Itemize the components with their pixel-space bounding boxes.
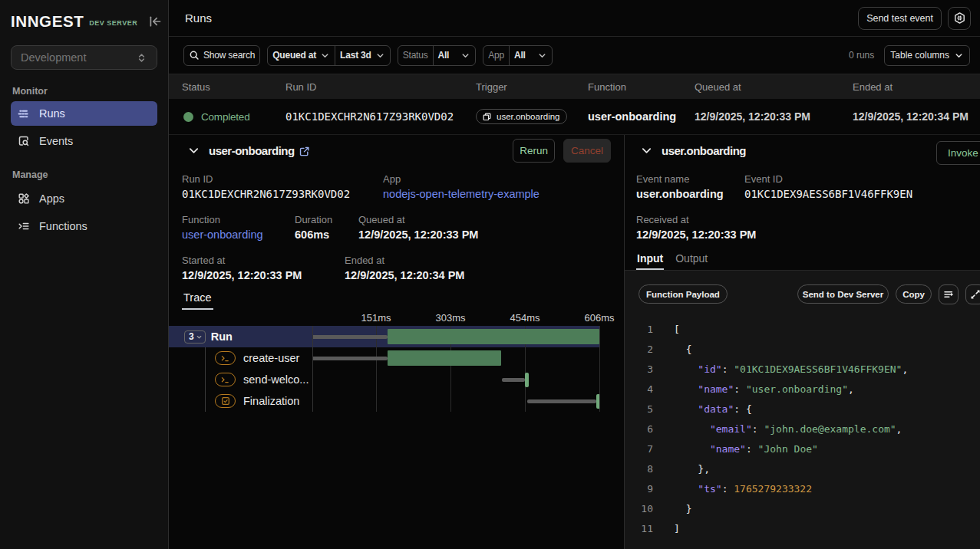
table-columns-button[interactable]: Table columns [884,45,970,66]
line-number: 11 [625,523,653,534]
queued-at-label: Queued at [358,214,478,225]
trigger-event-name: user.onboarding [497,112,559,121]
tab-input[interactable]: Input [636,253,664,270]
status-filter-dropdown[interactable]: All [433,46,476,65]
runs-icon [17,107,30,120]
trace-span-name: Finalization [243,395,299,407]
duration-label: Duration [295,214,358,225]
span-bars [312,347,599,369]
code-text: [ [653,324,680,335]
event-id-label: Event ID [744,173,912,185]
collapse-event-details-icon[interactable] [641,145,652,156]
tab-output[interactable]: Output [675,253,708,270]
line-number: 7 [625,443,653,455]
event-name-label: Event name [636,173,744,185]
sidebar-item-functions[interactable]: Functions [11,214,157,238]
column-header-trigger: Trigger [463,81,575,93]
line-number: 8 [625,463,653,475]
environment-select[interactable]: Development [11,45,157,70]
rerun-button[interactable]: Rerun [513,139,555,163]
code-line: 1[ [625,319,980,339]
status-filter-group: Status All [398,45,477,66]
column-header-run-id: Run ID [272,81,463,93]
code-line: 5 "data": { [625,399,980,419]
sidebar: INNGEST DEV SERVER Development Monitor R… [0,0,169,549]
word-wrap-button[interactable] [939,284,959,304]
code-line: 4 "name": "user.onboarding", [625,379,980,399]
started-at-label: Started at [182,255,345,266]
waterfall-name-divider [312,326,313,412]
sidebar-section-manage: Manage [12,169,156,180]
queued-at-value: 12/9/2025, 12:20:33 PM [358,229,478,241]
time-filter-group: Queued at Last 3d [267,45,391,66]
show-search-button[interactable]: Show search [183,45,260,66]
cancel-button[interactable]: Cancel [563,139,611,163]
code-line: 10 } [625,498,980,518]
trace-row-send-welco[interactable]: send-welco... [169,369,599,390]
sidebar-item-label: Events [39,135,73,147]
functions-icon [17,220,30,232]
code-line: 11] [625,518,980,538]
span-waiting-bar [312,335,388,339]
trace-row-create-user[interactable]: create-user [169,347,599,369]
app-label: App [383,173,539,185]
children-count: 3 [189,331,194,342]
chevron-down-icon [537,51,547,61]
event-details-title: user.onboarding [662,144,746,157]
sidebar-section-monitor: Monitor [12,86,156,97]
function-cell: user-onboarding [575,110,681,123]
app-filter-label: App [488,50,504,61]
code-line: 6 "email": "john.doe@example.com", [625,419,980,439]
trace-span-name: send-welco... [243,373,309,386]
app-filter-value: All [514,50,526,61]
received-at-label: Received at [636,214,756,225]
payload-panel: Function Payload Send to Dev Server Copy [625,271,980,549]
app-link[interactable]: nodejs-open-telemetry-example [383,189,539,200]
trace-row-finalization[interactable]: Finalization [169,390,599,412]
trace-row-run[interactable]: 3Run [169,326,599,347]
line-number: 6 [625,423,653,435]
app-filter-dropdown[interactable]: All [509,46,552,65]
app-filter-group: App All [483,45,553,66]
code-text: "name": "user.onboarding", [653,383,854,395]
copy-button[interactable]: Copy [896,284,932,304]
code-line: 3 "id": "01KC1DEX9AESS6BF1V46FFK9EN", [625,359,980,379]
payload-code-editor[interactable]: 1[2 {3 "id": "01KC1DEX9AESS6BF1V46FFK9EN… [625,304,980,549]
line-number: 9 [625,483,653,495]
run-table-row[interactable]: Completed 01KC1DEXCHR2N617Z93RK0VD02 use… [169,99,980,135]
time-field-dropdown[interactable]: Queued at [268,46,335,65]
send-test-event-button[interactable]: Send test event [858,7,942,30]
function-payload-button[interactable]: Function Payload [638,284,728,304]
code-line: 7 "name": "John Doe" [625,439,980,459]
span-waiting-bar [527,399,596,403]
sidebar-item-apps[interactable]: Apps [11,186,157,211]
sidebar-item-events[interactable]: Events [11,129,157,153]
span-bars [312,326,599,347]
line-number: 1 [625,324,653,335]
logo-row: INNGEST DEV SERVER [11,0,157,43]
external-link-icon[interactable] [299,146,310,157]
code-line: 8 }, [625,459,980,478]
sidebar-item-runs[interactable]: Runs [11,101,157,126]
span-running-bar [525,373,529,387]
trigger-event-pill[interactable]: user.onboarding [476,109,567,124]
collapse-sidebar-icon[interactable] [148,15,162,28]
event-name-value: user.onboarding [636,189,744,200]
time-range-dropdown[interactable]: Last 3d [335,46,390,65]
tab-trace[interactable]: Trace [182,292,213,310]
send-to-dev-server-button[interactable]: Send to Dev Server [797,284,889,304]
environment-select-value: Development [21,51,86,64]
settings-button[interactable] [948,7,971,30]
code-text: { [653,344,691,355]
function-link[interactable]: user-onboarding [182,229,295,241]
dev-server-badge: DEV SERVER [89,20,137,27]
sidebar-item-label: Apps [39,192,64,205]
children-count-badge[interactable]: 3 [184,330,206,344]
collapse-run-details-icon[interactable] [188,145,200,156]
filter-bar: Show search Queued at Last 3d Status All [169,37,980,74]
main-content: Runs Send test event Show sear [169,0,980,549]
expand-button[interactable] [965,284,980,304]
waterfall-gridline [599,326,600,412]
line-number: 4 [625,383,653,395]
runs-table-header: Status Run ID Trigger Function Queued at… [169,74,980,99]
